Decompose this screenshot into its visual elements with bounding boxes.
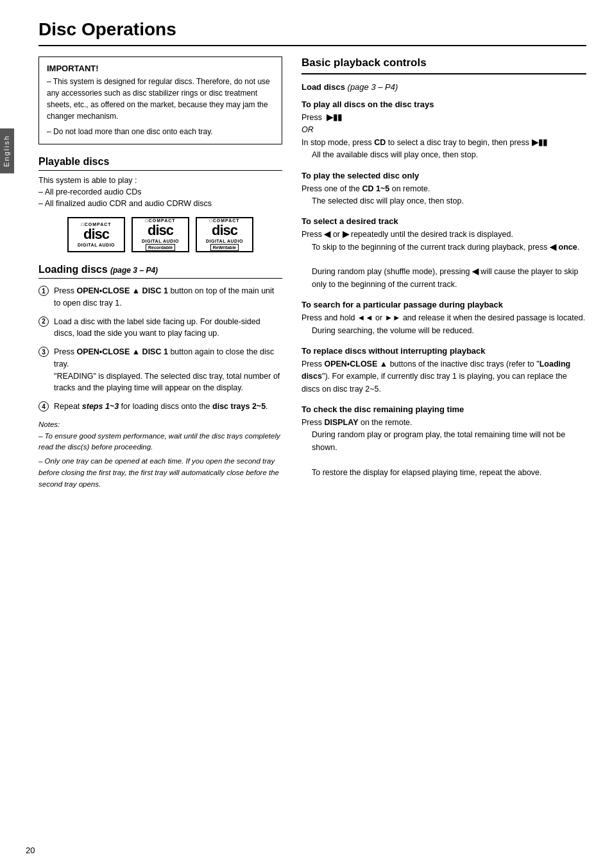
play-all-text: Press ▶▮▮ OR In stop mode, press CD to s…: [302, 112, 586, 162]
step-item-4: 4 Repeat steps 1~3 for loading discs ont…: [38, 401, 282, 413]
step-number-3: 3: [38, 347, 49, 357]
select-track-title: To select a desired track: [302, 216, 586, 226]
playable-discs-intro: This system is able to play :: [38, 176, 282, 185]
play-selected-title: To play the selected disc only: [302, 171, 586, 180]
play-selected-text: Press one of the CD 1~5 on remote. The s…: [302, 183, 586, 208]
disc-image-3: □COMPACT disc DIGITAL AUDIO ReWritable: [196, 217, 253, 252]
step-item-1: 1 Press OPEN•CLOSE ▲ DISC 1 button on to…: [38, 285, 282, 309]
playable-discs-title: Playable discs: [38, 156, 282, 171]
page-title: Disc Operations: [38, 19, 586, 46]
step-number-1: 1: [38, 286, 49, 296]
step-number-4: 4: [38, 401, 49, 412]
replace-discs-title: To replace discs without interrupting pl…: [302, 346, 586, 356]
play-all-section: To play all discs on the disc trays Pres…: [302, 100, 586, 162]
disc-images: □COMPACT disc DIGITAL AUDIO □COMPACT dis…: [38, 217, 282, 252]
basic-playback-title: Basic playback controls: [302, 56, 586, 74]
important-box: IMPORTANT! – This system is designed for…: [38, 56, 282, 144]
notes-label: Notes:: [38, 419, 282, 431]
check-time-section: To check the disc remaining playing time…: [302, 404, 586, 479]
disc-image-2: □COMPACT disc DIGITAL AUDIO Recordable: [132, 217, 189, 252]
note-2: – Only one tray can be opened at each ti…: [38, 456, 282, 490]
loading-discs-title: Loading discs (page 3 – P4): [38, 264, 282, 279]
disc-image-1: □COMPACT disc DIGITAL AUDIO: [67, 217, 125, 252]
important-text-1: – This system is designed for regular di…: [47, 76, 274, 122]
load-discs-ref: Load discs (page 3 – P4): [302, 82, 586, 92]
step-item-2: 2 Load a disc with the label side facing…: [38, 316, 282, 340]
play-all-title: To play all discs on the disc trays: [302, 100, 586, 109]
step-text-3: Press OPEN•CLOSE ▲ DISC 1 button again t…: [54, 346, 282, 394]
playable-item-1: – All pre-recorded audio CDs: [38, 187, 282, 196]
playable-item-2: – All finalized audio CDR and audio CDRW…: [38, 199, 282, 208]
notes-box: Notes: – To ensure good system performan…: [38, 419, 282, 490]
select-track-section: To select a desired track Press ◀ or ▶ r…: [302, 216, 586, 291]
important-text-2: – Do not load more than one disc onto ea…: [47, 126, 274, 137]
search-passage-section: To search for a particular passage durin…: [302, 300, 586, 337]
important-label: IMPORTANT!: [47, 64, 274, 73]
select-track-text: Press ◀ or ▶ repeatedly until the desire…: [302, 229, 586, 291]
check-time-title: To check the disc remaining playing time: [302, 404, 586, 414]
page: English Disc Operations IMPORTANT! – Thi…: [0, 0, 612, 868]
sidebar-tab: English: [0, 128, 14, 173]
replace-discs-section: To replace discs without interrupting pl…: [302, 346, 586, 395]
step-text-1: Press OPEN•CLOSE ▲ DISC 1 button on top …: [54, 285, 282, 309]
left-column: IMPORTANT! – This system is designed for…: [38, 56, 282, 499]
step-list: 1 Press OPEN•CLOSE ▲ DISC 1 button on to…: [38, 285, 282, 413]
right-column: Basic playback controls Load discs (page…: [302, 56, 586, 499]
step-item-3: 3 Press OPEN•CLOSE ▲ DISC 1 button again…: [38, 346, 282, 394]
play-selected-section: To play the selected disc only Press one…: [302, 171, 586, 208]
two-column-layout: IMPORTANT! – This system is designed for…: [38, 56, 586, 499]
check-time-text: Press DISPLAY on the remote. During rand…: [302, 417, 586, 479]
step-number-2: 2: [38, 317, 49, 327]
note-1: – To ensure good system performance, wai…: [38, 431, 282, 454]
page-number: 20: [26, 846, 35, 855]
loading-discs-section: Loading discs (page 3 – P4) 1 Press OPEN…: [38, 264, 282, 490]
replace-discs-text: Press OPEN•CLOSE ▲ buttons of the inacti…: [302, 358, 586, 395]
search-passage-title: To search for a particular passage durin…: [302, 300, 586, 309]
playable-discs-section: Playable discs This system is able to pl…: [38, 156, 282, 252]
step-text-4: Repeat steps 1~3 for loading discs onto …: [54, 401, 282, 413]
search-passage-text: Press and hold ◄◄ or ►► and release it w…: [302, 312, 586, 337]
step-text-2: Load a disc with the label side facing u…: [54, 316, 282, 340]
